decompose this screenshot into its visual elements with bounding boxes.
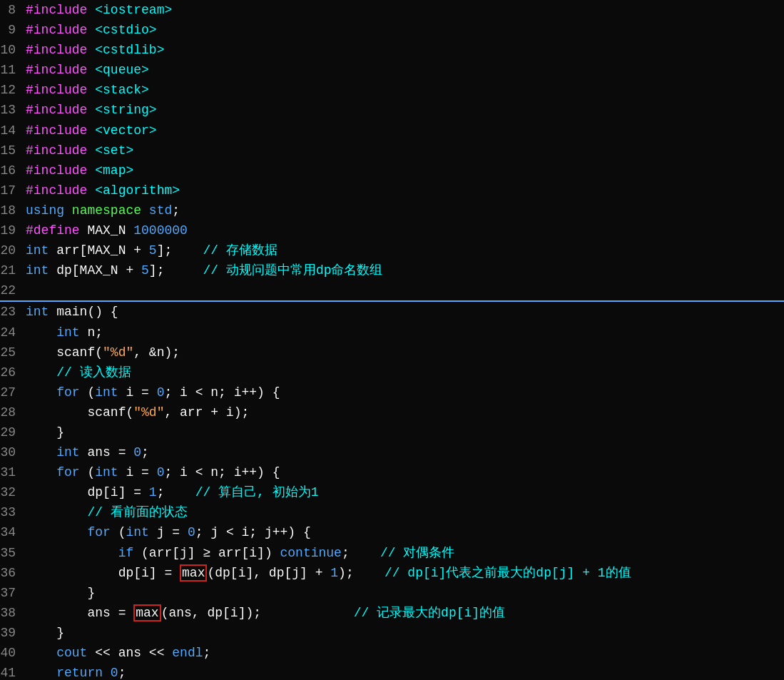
line-num-41: 41 <box>0 664 26 680</box>
line-num-39: 39 <box>0 624 26 642</box>
line-num-37: 37 <box>0 584 26 602</box>
line-num-40: 40 <box>0 644 26 662</box>
line-content-38: ans = max(ans, dp[i]); // 记录最大的dp[i]的值 <box>26 604 784 622</box>
line-content-34: for (int j = 0; j < i; j++) { <box>26 523 784 542</box>
line-36: 36 dp[i] = max(dp[i], dp[j] + 1); // dp[… <box>0 563 784 583</box>
line-15: 15 #include <set> <box>0 141 784 161</box>
line-31: 31 for (int i = 0; i < n; i++) { <box>0 462 784 482</box>
line-content-13: #include <string> <box>26 101 784 119</box>
line-content-17: #include <algorithm> <box>26 181 784 200</box>
line-10: 10 #include <cstdlib> <box>0 40 784 60</box>
line-num-25: 25 <box>0 343 26 362</box>
line-25: 25 scanf("%d", &n); <box>0 342 784 362</box>
line-num-29: 29 <box>0 423 26 442</box>
line-12: 12 #include <stack> <box>0 80 784 100</box>
code-viewer: 8 #include <iostream> 9 #include <cstdio… <box>0 0 784 680</box>
line-33: 33 // 看前面的状态 <box>0 502 784 522</box>
line-content-12: #include <stack> <box>26 81 784 99</box>
line-content-19: #define MAX_N 1000000 <box>26 221 784 240</box>
line-num-21: 21 <box>0 261 26 280</box>
line-content-10: #include <cstdlib> <box>26 41 784 59</box>
line-14: 14 #include <vector> <box>0 121 784 141</box>
line-num-31: 31 <box>0 463 26 482</box>
line-27: 27 for (int i = 0; i < n; i++) { <box>0 382 784 402</box>
line-39: 39 } <box>0 623 784 643</box>
line-content-16: #include <map> <box>26 161 784 180</box>
line-30: 30 int ans = 0; <box>0 442 784 462</box>
line-40: 40 cout << ans << endl; <box>0 643 784 663</box>
line-38: 38 ans = max(ans, dp[i]); // 记录最大的dp[i]的… <box>0 603 784 623</box>
line-13: 13 #include <string> <box>0 100 784 120</box>
line-num-33: 33 <box>0 503 26 522</box>
line-num-13: 13 <box>0 101 26 119</box>
line-content-29: } <box>26 423 784 442</box>
line-content-41: return 0; <box>26 664 784 680</box>
line-content-18: using namespace std; <box>26 201 784 220</box>
line-content-28: scanf("%d", arr + i); <box>26 403 784 422</box>
line-content-8: #include <iostream> <box>26 1 784 19</box>
line-content-30: int ans = 0; <box>26 443 784 462</box>
line-num-12: 12 <box>0 81 26 99</box>
line-num-15: 15 <box>0 141 26 160</box>
line-11: 11 #include <queue> <box>0 60 784 80</box>
line-19: 19 #define MAX_N 1000000 <box>0 220 784 240</box>
line-41: 41 return 0; <box>0 663 784 680</box>
line-content-25: scanf("%d", &n); <box>26 343 784 362</box>
line-content-37: } <box>26 584 784 602</box>
line-content-33: // 看前面的状态 <box>26 503 784 522</box>
line-content-39: } <box>26 624 784 642</box>
line-num-18: 18 <box>0 201 26 220</box>
line-num-10: 10 <box>0 41 26 59</box>
line-num-16: 16 <box>0 161 26 180</box>
line-content-23: int main() { <box>26 303 784 321</box>
line-num-24: 24 <box>0 323 26 342</box>
line-20: 20 int arr[MAX_N + 5]; // 存储数据 <box>0 240 784 260</box>
line-content-14: #include <vector> <box>26 121 784 140</box>
line-num-17: 17 <box>0 181 26 200</box>
line-content-20: int arr[MAX_N + 5]; // 存储数据 <box>26 241 784 260</box>
line-content-36: dp[i] = max(dp[i], dp[j] + 1); // dp[i]代… <box>26 564 784 582</box>
line-num-34: 34 <box>0 523 26 542</box>
line-35: 35 if (arr[j] ≥ arr[i]) continue; // 对偶条… <box>0 543 784 563</box>
line-21: 21 int dp[MAX_N + 5]; // 动规问题中常用dp命名数组 <box>0 260 784 280</box>
line-num-11: 11 <box>0 61 26 79</box>
line-content-32: dp[i] = 1; // 算自己, 初始为1 <box>26 483 784 502</box>
line-num-26: 26 <box>0 363 26 382</box>
line-32: 32 dp[i] = 1; // 算自己, 初始为1 <box>0 482 784 502</box>
line-num-38: 38 <box>0 604 26 622</box>
line-num-32: 32 <box>0 483 26 502</box>
line-29: 29 } <box>0 422 784 442</box>
line-num-23: 23 <box>0 303 26 321</box>
line-num-8: 8 <box>0 1 26 19</box>
line-37: 37 } <box>0 583 784 603</box>
line-23: 23 int main() { <box>0 302 784 322</box>
line-num-28: 28 <box>0 403 26 422</box>
line-num-30: 30 <box>0 443 26 462</box>
line-num-22: 22 <box>0 281 26 300</box>
line-num-35: 35 <box>0 544 26 562</box>
line-num-20: 20 <box>0 241 26 260</box>
line-content-22 <box>26 281 784 300</box>
line-28: 28 scanf("%d", arr + i); <box>0 402 784 422</box>
line-16: 16 #include <map> <box>0 161 784 181</box>
line-num-36: 36 <box>0 564 26 582</box>
line-8: 8 #include <iostream> <box>0 0 784 20</box>
line-24: 24 int n; <box>0 323 784 342</box>
line-34: 34 for (int j = 0; j < i; j++) { <box>0 522 784 542</box>
line-num-14: 14 <box>0 121 26 140</box>
line-content-15: #include <set> <box>26 141 784 160</box>
line-content-24: int n; <box>26 323 784 342</box>
line-content-11: #include <queue> <box>26 61 784 79</box>
line-content-26: // 读入数据 <box>26 363 784 382</box>
line-content-9: #include <cstdio> <box>26 21 784 39</box>
line-content-27: for (int i = 0; i < n; i++) { <box>26 383 784 402</box>
line-num-27: 27 <box>0 383 26 402</box>
line-9: 9 #include <cstdio> <box>0 20 784 40</box>
line-18: 18 using namespace std; <box>0 201 784 220</box>
line-num-9: 9 <box>0 21 26 39</box>
line-17: 17 #include <algorithm> <box>0 181 784 201</box>
line-26: 26 // 读入数据 <box>0 362 784 382</box>
line-content-40: cout << ans << endl; <box>26 644 784 662</box>
line-content-35: if (arr[j] ≥ arr[i]) continue; // 对偶条件 <box>26 544 784 562</box>
line-content-21: int dp[MAX_N + 5]; // 动规问题中常用dp命名数组 <box>26 261 784 280</box>
